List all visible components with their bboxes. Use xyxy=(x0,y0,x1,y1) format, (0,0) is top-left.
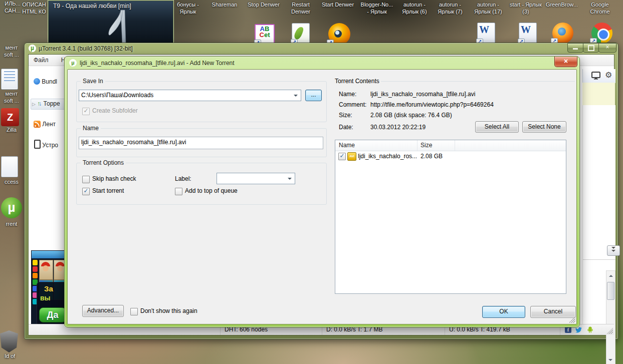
bundle-icon xyxy=(34,78,40,85)
utorrent-shortcut-icon[interactable]: µ xyxy=(1,197,22,218)
desktop-shortcut[interactable]: Zilla xyxy=(0,126,23,133)
chevron-down-icon[interactable] xyxy=(288,178,292,182)
remote-monitor-icon[interactable] xyxy=(591,72,600,80)
sidebar-item-feeds[interactable]: Лент xyxy=(34,120,56,129)
resize-grip[interactable] xyxy=(606,327,613,334)
label-combobox[interactable] xyxy=(217,173,295,184)
chevron-down-icon[interactable] xyxy=(294,95,298,99)
collapse-chevron-button[interactable] xyxy=(607,245,620,256)
ad-banner[interactable]: За вы Да xyxy=(31,250,68,327)
column-divider[interactable] xyxy=(455,140,455,151)
desktop-shortcut[interactable]: ld of xyxy=(0,352,20,359)
menu-file[interactable]: Файл xyxy=(34,57,49,64)
shortcut-label: (3) xyxy=(522,9,529,15)
desktop-shortcut-autorun6[interactable]: autorun - Ярлык (6) xyxy=(398,1,431,15)
save-path-combobox[interactable]: C:\Users\Паша\Downloads xyxy=(79,90,301,101)
shortcut-label: GreenBrow... xyxy=(546,2,578,8)
file-checkbox[interactable]: ✓ xyxy=(338,153,346,160)
start-denwer-icon[interactable]: ↗ xyxy=(328,23,350,45)
sidebar-item-devices[interactable]: Устро xyxy=(34,140,58,150)
torrent-name-input[interactable]: ljdi_iks_nachalo_rosomaha_[tfile.ru].avi xyxy=(79,137,323,149)
divider xyxy=(381,81,575,82)
table-row[interactable]: ✓ AVI ljdi_iks_nachalo_ros... 2.08 GB xyxy=(335,151,566,162)
expander-icon[interactable]: ▷ xyxy=(32,102,36,107)
word-document-icon[interactable]: W ↗ xyxy=(519,23,537,45)
sidebar-label: Лент xyxy=(42,121,56,128)
save-in-group: Save In xyxy=(76,81,327,122)
desktop-shortcut[interactable]: мент soft ... xyxy=(0,44,23,58)
shortcut-label: ld of xyxy=(5,353,16,359)
shortcut-label: Restart xyxy=(292,2,309,8)
ad-button[interactable]: Да xyxy=(39,307,66,322)
shortcut-label: rrent xyxy=(6,221,18,227)
start-torrent-checkbox[interactable]: ✓ xyxy=(82,188,90,195)
dialog-close-button[interactable]: × xyxy=(554,57,577,67)
word-document-icon[interactable]: W ↗ xyxy=(477,23,495,45)
create-subfolder-checkbox[interactable]: ✓ xyxy=(82,108,90,115)
filezilla-icon[interactable]: Z xyxy=(1,108,19,126)
add-queue-checkbox[interactable] xyxy=(175,188,182,195)
label-caption: Label: xyxy=(175,175,191,182)
desktop-shortcut-blogger[interactable]: Blogger-No... - Ярлык xyxy=(357,1,397,15)
shortcut-label: Ярлык (6) xyxy=(402,9,427,15)
dialog-title: ljdi_iks_nachalo_rosomaha_[tfile.ru].avi… xyxy=(80,60,235,67)
chrome-icon[interactable]: ↗ xyxy=(591,23,612,44)
select-all-button[interactable]: Select All xyxy=(475,121,519,133)
document-icon[interactable] xyxy=(1,69,18,90)
advanced-button[interactable]: Advanced... xyxy=(82,305,124,317)
desktop-shortcut-start3[interactable]: start - Ярлык (3) xyxy=(507,1,544,15)
column-header-size[interactable]: Size xyxy=(421,142,432,149)
file-icon[interactable] xyxy=(1,156,18,177)
desktop-shortcut-chrome[interactable]: Google Chrome xyxy=(582,1,617,15)
desktop-shortcut[interactable]: ccess xyxy=(0,178,23,185)
shortcut-label: бонусы - xyxy=(177,2,199,8)
desktop-shortcut-bonus[interactable]: бонусы - Ярлык xyxy=(171,1,204,15)
restart-denwer-icon[interactable]: ↗ xyxy=(292,23,310,45)
desktop-shortcut-shareman[interactable]: Shareman xyxy=(206,1,243,8)
settings-gear-icon[interactable]: ⚙ xyxy=(605,70,612,80)
sidebar-item-bundles[interactable]: Bundl xyxy=(34,77,57,86)
desktop-shortcut-autorun17[interactable]: autorun - Ярлык (17) xyxy=(469,1,507,15)
ad-image xyxy=(39,260,53,280)
desktop-shortcut-greenbrowser[interactable]: GreenBrow... xyxy=(543,1,580,8)
shortcut-label: ОПИСАН xyxy=(22,2,46,8)
desktop-shortcut[interactable]: ОПИСАН HTML КО xyxy=(18,1,50,15)
scrollbar-thumb[interactable] xyxy=(607,282,614,300)
minimize-button[interactable] xyxy=(567,43,583,53)
desktop-shortcut[interactable]: мент soft ... xyxy=(0,90,23,104)
torrent-name-value: ljdi_iks_nachalo_rosomaha_[tfile.ru].avi xyxy=(81,139,186,146)
dialog-resize-grip[interactable] xyxy=(569,316,575,323)
desktop-shortcut-autorun7[interactable]: autorun - Ярлык (7) xyxy=(433,1,467,15)
scroll-down-icon[interactable] xyxy=(608,359,612,363)
firefox-icon[interactable]: ↗ xyxy=(552,23,573,44)
column-divider[interactable] xyxy=(417,140,418,151)
world-of-tanks-icon[interactable] xyxy=(0,330,18,352)
torrent-contents-label: Torrent Contents xyxy=(335,78,379,85)
scroll-up-icon[interactable] xyxy=(609,273,613,277)
info-key: Comment: xyxy=(339,101,366,108)
info-value: 2.08 GB (disk space: 76.4 GB) xyxy=(370,112,452,119)
desktop-shortcut-stop-denwer[interactable]: Stop Denwer xyxy=(244,1,284,8)
shortcut-label: Chrome xyxy=(590,9,609,15)
column-header-name[interactable]: Name xyxy=(339,142,355,149)
dont-show-checkbox[interactable] xyxy=(130,308,138,315)
browse-button[interactable]: ... xyxy=(305,90,322,101)
sidebar-label: Торре xyxy=(44,100,60,107)
twitter-icon[interactable] xyxy=(575,326,582,333)
start-torrent-label: Start torrent xyxy=(92,187,124,194)
select-none-button[interactable]: Select None xyxy=(522,121,566,133)
desktop-shortcut-restart-denwer[interactable]: Restart Denwer xyxy=(286,1,316,15)
close-button[interactable]: × xyxy=(598,43,616,53)
group-label: Torrent Options xyxy=(81,159,126,166)
maximize-button[interactable] xyxy=(583,43,599,53)
player-window[interactable]: T9 - Ода нашей любви [min] xyxy=(48,0,174,46)
skip-hash-checkbox[interactable] xyxy=(82,176,90,183)
scrollbar[interactable] xyxy=(606,270,615,364)
android-icon[interactable] xyxy=(586,326,594,333)
window-title: µTorrent 3.4.1 (build 30768) [32-bit] xyxy=(39,44,133,52)
desktop-shortcut[interactable]: rrent xyxy=(0,220,23,227)
group-label: Save In xyxy=(81,78,105,85)
ok-button[interactable]: OK xyxy=(482,306,525,318)
desktop-shortcut-start-denwer[interactable]: Start Denwer xyxy=(317,1,359,8)
shortcut-label: Ярлык (17) xyxy=(474,9,502,15)
